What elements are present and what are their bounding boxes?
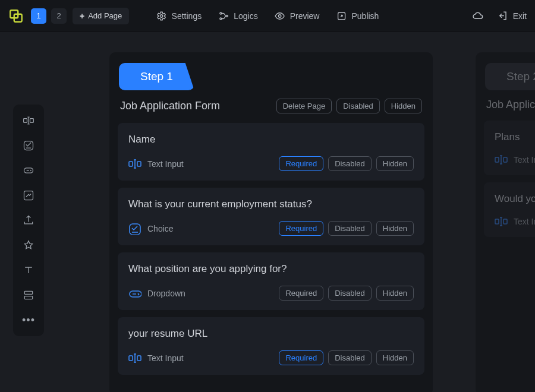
signature-tool[interactable] [18, 185, 39, 206]
field-type-label: Dropdown [147, 289, 185, 298]
settings-label: Settings [172, 11, 202, 21]
topbar-right: Exit [473, 10, 527, 21]
exit-button[interactable]: Exit [497, 10, 527, 21]
field-type-label: Text Input [147, 353, 184, 363]
form-field[interactable]: Name Text Input Required Disabled Hidden [118, 123, 424, 181]
cloud-sync-button[interactable] [473, 10, 484, 21]
svg-point-4 [219, 18, 221, 20]
required-toggle[interactable]: Required [279, 350, 323, 365]
delete-page-button[interactable]: Delete Page [276, 99, 332, 113]
dropdown-tool[interactable] [18, 160, 39, 181]
svg-rect-8 [24, 119, 27, 123]
form-title: Job Application Form [120, 100, 220, 112]
required-toggle[interactable]: Required [279, 286, 323, 301]
field-type-label: Choice [147, 224, 174, 233]
svg-point-6 [278, 14, 281, 17]
field-type-label: Text Input [514, 217, 535, 226]
exit-icon [497, 10, 508, 21]
field-label: Name [128, 134, 414, 146]
ellipsis-icon: ••• [22, 314, 35, 327]
more-tools-button[interactable]: ••• [18, 310, 39, 330]
field-type: Text Input [495, 216, 535, 227]
disabled-toggle[interactable]: Disabled [328, 350, 372, 365]
app-logo [8, 8, 24, 24]
eye-icon [275, 11, 285, 21]
svg-rect-13 [24, 291, 32, 294]
step-tab[interactable]: Step 1 [119, 63, 194, 90]
publish-icon [336, 11, 347, 21]
field-label: What is your current employment status? [128, 198, 414, 210]
disabled-toggle[interactable]: Disabled [328, 156, 372, 171]
rating-tool[interactable] [18, 235, 39, 255]
field-label: your resume URL [128, 328, 414, 340]
page-tab-2[interactable]: 2 [51, 8, 67, 24]
svg-point-5 [226, 15, 228, 17]
required-toggle[interactable]: Required [279, 221, 323, 236]
page-tab-1[interactable]: 1 [31, 8, 46, 24]
field-type: Text Input [128, 158, 184, 170]
field-label: Plans [495, 131, 535, 143]
choice-icon [23, 140, 34, 151]
disabled-toggle[interactable]: Disabled [328, 221, 372, 236]
plus-icon: + [80, 11, 84, 21]
text-input-icon [23, 115, 34, 127]
logics-button[interactable]: Logics [218, 11, 257, 21]
add-page-label: Add Page [88, 11, 122, 20]
cloud-icon [473, 10, 484, 21]
form-field[interactable]: What position are you applying for? Drop… [118, 252, 424, 310]
page-disabled-toggle[interactable]: Disabled [336, 99, 380, 113]
preview-button[interactable]: Preview [275, 11, 320, 21]
text-input-tool[interactable] [18, 110, 39, 131]
hidden-toggle[interactable]: Hidden [376, 350, 414, 365]
field-type-label: Text Input [514, 155, 535, 165]
hidden-toggle[interactable]: Hidden [376, 286, 414, 301]
svg-rect-12 [24, 191, 33, 200]
svg-point-3 [219, 12, 221, 14]
step-tab[interactable]: Step 2 [485, 63, 535, 90]
publish-button[interactable]: Publish [336, 11, 379, 21]
hidden-toggle[interactable]: Hidden [376, 221, 414, 236]
settings-button[interactable]: Settings [156, 11, 202, 21]
page-hidden-toggle[interactable]: Hidden [385, 99, 422, 113]
step-card-1[interactable]: Step 1 Job Application Form Delete Page … [109, 52, 433, 392]
form-field[interactable]: your resume URL Text Input Required Disa… [118, 317, 424, 375]
disabled-toggle[interactable]: Disabled [328, 286, 372, 301]
form-field[interactable]: What is your current employment status? … [118, 188, 424, 245]
field-label: Would you like to receive updates? [495, 193, 535, 205]
form-field[interactable]: Would you like to receive updates? Text … [484, 182, 535, 237]
choice-tool[interactable] [18, 135, 39, 156]
field-type-label: Text Input [147, 159, 184, 169]
hidden-toggle[interactable]: Hidden [376, 156, 414, 171]
field-type: Dropdown [128, 287, 185, 299]
exit-label: Exit [513, 11, 527, 21]
topbar-center: Settings Logics Preview Publish [156, 11, 379, 21]
text-input-icon [495, 216, 508, 227]
dropdown-icon [128, 287, 141, 299]
canvas: Step 1 Job Application Form Delete Page … [109, 52, 535, 392]
section-tool[interactable] [18, 285, 39, 305]
add-page-button[interactable]: + Add Page [73, 8, 129, 24]
topbar: 1 2 + Add Page Settings Logics Preview P… [0, 0, 535, 32]
form-field[interactable]: Plans Text Input [484, 121, 535, 175]
field-type: Choice [128, 223, 174, 235]
text-tool[interactable] [18, 260, 39, 280]
step-card-2[interactable]: Step 2 Job Application Form Plans Text I… [476, 52, 535, 392]
upload-icon [23, 214, 34, 226]
section-icon [23, 289, 34, 301]
logics-label: Logics [234, 11, 257, 21]
gear-icon [156, 11, 167, 21]
dropdown-icon [23, 165, 34, 176]
field-type: Text Input [128, 352, 184, 364]
required-toggle[interactable]: Required [279, 156, 323, 171]
left-toolbar: ••• [13, 105, 44, 336]
text-input-icon [128, 352, 141, 364]
field-type: Text Input [495, 154, 535, 166]
preview-label: Preview [290, 11, 320, 21]
upload-tool[interactable] [18, 210, 39, 230]
svg-rect-14 [24, 296, 32, 299]
logics-icon [218, 11, 229, 21]
form-title: Job Application Form [486, 99, 535, 111]
signature-icon [23, 189, 34, 201]
svg-point-2 [160, 14, 163, 17]
choice-icon [128, 223, 141, 235]
